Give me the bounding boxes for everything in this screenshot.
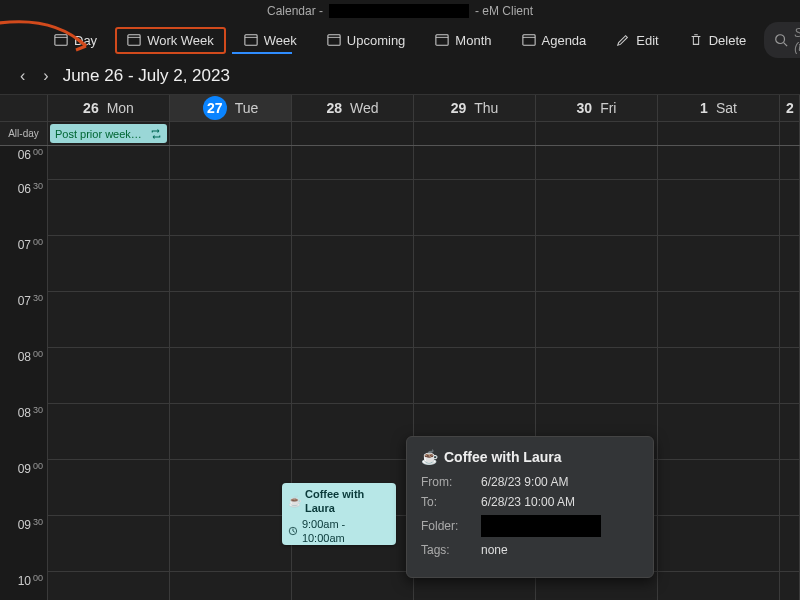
delete-button[interactable]: Delete [677,27,759,54]
grid-cell[interactable] [292,404,414,460]
allday-label: All-day [0,122,48,145]
allday-cell-thu[interactable] [414,122,536,145]
allday-cell-sat[interactable] [658,122,780,145]
grid-cell[interactable] [48,572,170,600]
grid-cell[interactable] [48,236,170,292]
view-week-button[interactable]: Week [232,27,309,54]
grid-cell[interactable] [170,180,292,236]
grid-cell[interactable] [780,292,800,348]
grid-cell[interactable] [658,572,780,600]
day-dow: Mon [107,100,134,116]
grid-cell[interactable] [414,146,536,180]
grid-cell[interactable] [658,460,780,516]
view-work-week-button[interactable]: Work Week [115,27,226,54]
grid-cell[interactable] [170,146,292,180]
grid-cell[interactable] [536,348,658,404]
day-header-sun[interactable]: 2 [780,95,800,121]
grid-cell[interactable] [170,292,292,348]
day-header-fri[interactable]: 30 Fri [536,95,658,121]
grid-cell[interactable] [170,236,292,292]
day-header-sat[interactable]: 1 Sat [658,95,780,121]
hour-label: 1000 [0,572,48,600]
view-month-label: Month [455,33,491,48]
grid-cell[interactable] [780,572,800,600]
grid-cell[interactable] [292,146,414,180]
allday-cell-tue[interactable] [170,122,292,145]
grid-cell[interactable] [414,348,536,404]
grid-cell[interactable] [170,348,292,404]
svg-rect-4 [245,35,257,46]
grid-cell[interactable] [536,236,658,292]
view-work-week-label: Work Week [147,33,214,48]
grid-cell[interactable] [170,572,292,600]
grid-cell[interactable] [292,236,414,292]
grid-cell[interactable] [658,404,780,460]
grid-cell[interactable] [780,146,800,180]
allday-cell-fri[interactable] [536,122,658,145]
day-num: 2 [786,100,794,116]
view-agenda-button[interactable]: Agenda [510,27,599,54]
search-input[interactable]: Search (type '?' a [764,22,800,58]
grid-cell[interactable] [658,516,780,572]
edit-button[interactable]: Edit [604,27,670,54]
grid-cell[interactable] [292,292,414,348]
grid-cell[interactable] [48,180,170,236]
grid-cell[interactable] [536,146,658,180]
grid-cell[interactable] [48,348,170,404]
grid-cell[interactable] [658,292,780,348]
grid-cell[interactable] [292,348,414,404]
allday-cell-wed[interactable] [292,122,414,145]
hour-row: 0930 [0,516,800,572]
calendar-icon [244,33,258,47]
grid-cell[interactable] [536,292,658,348]
grid-cell[interactable] [658,348,780,404]
grid-cell[interactable] [48,146,170,180]
day-header-thu[interactable]: 29 Thu [414,95,536,121]
grid-cell[interactable] [48,292,170,348]
allday-row: All-day Post prior week… [0,122,800,146]
date-navigation: ‹ › June 26 - July 2, 2023 [0,58,800,94]
event-coffee-with-laura[interactable]: ☕ Coffee with Laura 9:00am - 10:00am 30 … [282,483,396,545]
grid-cell[interactable] [48,404,170,460]
hour-row: 0730 [0,292,800,348]
grid-cell[interactable] [658,236,780,292]
next-week-button[interactable]: › [39,65,52,87]
svg-rect-8 [436,35,448,46]
grid-cell[interactable] [780,180,800,236]
grid-cell[interactable] [414,292,536,348]
tooltip-from-label: From: [421,475,469,489]
day-header-mon[interactable]: 26 Mon [48,95,170,121]
trash-icon [689,33,703,47]
grid-cell[interactable] [780,348,800,404]
grid-cell[interactable] [536,180,658,236]
grid-cell[interactable] [780,236,800,292]
grid-cell[interactable] [658,146,780,180]
allday-cell-mon[interactable]: Post prior week… [48,122,170,145]
grid-cell[interactable] [414,180,536,236]
hour-row: 0600 [0,146,800,180]
view-upcoming-button[interactable]: Upcoming [315,27,418,54]
event-tooltip: ☕ Coffee with Laura From: 6/28/23 9:00 A… [406,436,654,578]
allday-cell-sun[interactable] [780,122,800,145]
allday-event[interactable]: Post prior week… [50,124,167,143]
grid-cell[interactable] [292,180,414,236]
day-header-wed[interactable]: 28 Wed [292,95,414,121]
grid-cell[interactable] [414,236,536,292]
svg-rect-6 [328,35,340,46]
day-header-tue[interactable]: 27 Tue [170,95,292,121]
grid-cell[interactable] [48,516,170,572]
grid-cell[interactable] [292,572,414,600]
grid-cell[interactable] [170,460,292,516]
grid-cell[interactable] [780,460,800,516]
grid-cell[interactable] [170,516,292,572]
grid-cell[interactable] [170,404,292,460]
view-month-button[interactable]: Month [423,27,503,54]
grid-cell[interactable] [48,460,170,516]
grid-cell[interactable] [780,516,800,572]
day-dow: Wed [350,100,379,116]
prev-week-button[interactable]: ‹ [16,65,29,87]
grid-cell[interactable] [780,404,800,460]
view-day-button[interactable]: Day [42,27,109,54]
day-num: 28 [326,100,342,116]
grid-cell[interactable] [658,180,780,236]
